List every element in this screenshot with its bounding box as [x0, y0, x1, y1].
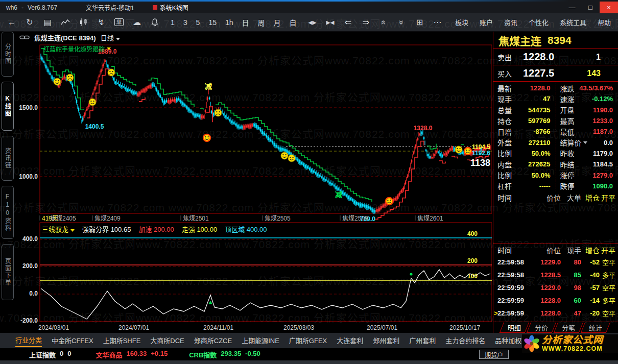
sidebar-tab-资讯链[interactable]: 资讯链: [2, 136, 14, 181]
futures-account-button[interactable]: 期货户: [479, 350, 509, 359]
menu-item-板块[interactable]: 板块: [455, 17, 468, 27]
tick-row[interactable]: 22:59:591228.060-14多平: [493, 294, 618, 307]
market-tab-广州套利[interactable]: 广州套利: [409, 334, 436, 347]
sidebar-tab-F10资料[interactable]: F10资料: [2, 186, 14, 239]
market-tab-广期所GFEX[interactable]: 广期所GFEX: [289, 334, 327, 347]
tick-row[interactable]: 22:59:59>1228.047-20空平: [493, 307, 618, 320]
period-button-5[interactable]: 5: [196, 18, 200, 27]
column-header: 时间: [493, 245, 532, 255]
page-right-icon[interactable]: ⇒: [362, 18, 371, 27]
quote-cell-left: 日增-8766: [493, 126, 556, 137]
titlebar-tab-node[interactable]: 文华云节点-移动1: [86, 3, 134, 12]
quote-row: 最新1228.0涨跌43.5/3.67%: [493, 83, 618, 93]
add-indicator-icon[interactable]: ⊞: [415, 18, 424, 27]
period-button-日[interactable]: 日: [242, 17, 249, 28]
panel-tab-明细[interactable]: 明细: [500, 322, 529, 333]
tick-header: 时间价位现手增仓开平: [493, 244, 618, 256]
toolbar-icons: ←↻▤ ↯单☁: [7, 18, 159, 27]
tick-chart-icon[interactable]: ↯: [97, 18, 106, 27]
crb-index[interactable]: CRB指数 293.35 -0.50: [189, 350, 260, 359]
market-tab-行业分类[interactable]: 行业分类: [15, 334, 42, 347]
tick-time: 22:59:59: [493, 297, 532, 304]
quote-cell-left: 内盘272625: [493, 159, 556, 169]
panel-tab-分价[interactable]: 分价: [527, 322, 556, 333]
tick-row[interactable]: 22:59:581229.080-52空平: [493, 256, 618, 269]
signal-smiley-icon: [386, 198, 393, 205]
period-button-1[interactable]: 1: [171, 18, 175, 27]
sub-indicator-param: 强弱分界 100.65: [82, 224, 131, 234]
alert-bell-icon[interactable]: [150, 18, 159, 27]
tick-row[interactable]: 22:59:581228.585-40多平: [493, 269, 618, 281]
sub-indicator-legend[interactable]: 三线驭龙强弱分界 100.65加速 200.00走强 100.00顶区域 400…: [42, 224, 267, 234]
panel-tab-分笔[interactable]: 分笔: [554, 322, 583, 333]
ask-row[interactable]: 卖出 1228.0 1: [493, 49, 618, 65]
quote-cell-left: 总量544735: [493, 105, 556, 115]
bid-price: 1227.5: [523, 67, 554, 79]
line-chart-icon[interactable]: [61, 18, 70, 27]
panel-tab-统计[interactable]: 统计: [581, 322, 610, 333]
period-selector[interactable]: 日线: [101, 33, 120, 42]
menu-item-帮助[interactable]: 帮助: [598, 17, 611, 27]
menu-item-系统工具[interactable]: 系统工具: [560, 17, 586, 27]
wenhua-index[interactable]: 文华商品 160.33 +0.15: [96, 350, 168, 359]
more-icon[interactable]: ⋯: [433, 18, 442, 27]
sidebar-tab-K线图[interactable]: K线图: [2, 82, 14, 131]
period-button-周[interactable]: 周: [258, 17, 265, 28]
candlestick-icon[interactable]: [79, 18, 88, 27]
tick-action: 空平: [600, 283, 617, 293]
sse-index[interactable]: 上证指数 0 0: [29, 350, 71, 359]
sub-indicator-name[interactable]: 三线驭龙: [42, 224, 75, 234]
quote-value: 50.0%: [532, 172, 551, 179]
scroll-down-icon[interactable]: »: [397, 18, 407, 27]
titlebar-tab-view[interactable]: 系统K线图: [153, 3, 188, 12]
chevron-down-icon[interactable]: [583, 141, 587, 144]
contract-label: 焦煤2409: [94, 215, 121, 222]
cloud-sync-icon[interactable]: ☁: [132, 18, 141, 27]
main-indicator-label[interactable]: 红蓝舵手量化趋势跟踪: [43, 44, 111, 53]
page-left-icon[interactable]: ⇐: [344, 18, 353, 27]
current-price-label: 1192.6: [472, 150, 490, 157]
column-header: 大单: [561, 192, 581, 203]
quote-cell-right: 开盘1190.0: [556, 105, 618, 115]
bid-row[interactable]: 买入 1227.5 143: [493, 65, 618, 82]
reduce-signal-label: 减: [205, 82, 212, 90]
menu-item-资讯[interactable]: 资讯: [504, 17, 517, 27]
sidebar-tab-分时图[interactable]: 分时图: [2, 32, 14, 77]
back-icon[interactable]: ←: [7, 18, 16, 27]
period-button-1h[interactable]: 1h: [225, 18, 233, 27]
market-tab-上期能源INE[interactable]: 上期能源INE: [242, 334, 279, 347]
market-tab-大商所DCE[interactable]: 大商所DCE: [150, 334, 184, 347]
market-tab-大连套利[interactable]: 大连套利: [337, 334, 363, 347]
close-button[interactable]: ×: [600, 2, 618, 13]
tick-row[interactable]: 22:59:591229.098-57空平: [493, 281, 618, 294]
quote-cell-right: 昨收1179.0: [556, 148, 618, 159]
market-tab-郑州套利[interactable]: 郑州套利: [373, 334, 399, 347]
quote-value: 1279.0: [592, 172, 613, 179]
minimize-button[interactable]: —: [563, 2, 581, 13]
period-button-15[interactable]: 15: [208, 18, 217, 27]
svg-text:200.0: 200.0: [22, 262, 38, 270]
maximize-button[interactable]: □: [581, 2, 600, 13]
compress-bars-icon[interactable]: ◂▸: [308, 18, 317, 27]
period-button-3[interactable]: 3: [183, 18, 187, 27]
market-tab-上期所SHFE[interactable]: 上期所SHFE: [103, 334, 141, 347]
scroll-up-icon[interactable]: «: [379, 18, 389, 27]
quote-list-icon[interactable]: ▤: [43, 18, 52, 27]
current-row-marker: >: [494, 309, 498, 317]
svg-text:200: 200: [467, 257, 478, 264]
sidebar-tab-页面下单[interactable]: 页面下单: [2, 244, 14, 300]
menu-item-账户[interactable]: 账户: [480, 17, 493, 27]
order-panel-icon[interactable]: 单: [114, 18, 124, 26]
period-button-自[interactable]: 自: [290, 17, 297, 28]
contract-label: 焦煤2505: [265, 215, 291, 222]
refresh-icon[interactable]: ↻: [25, 18, 34, 27]
period-button-月[interactable]: 月: [274, 17, 281, 28]
quote-value: 1228.0: [530, 84, 551, 92]
chart-area[interactable]: 4002001001500.01000.0400.0200.00.0-200.0…: [15, 43, 493, 333]
expand-bars-icon[interactable]: ▸◂: [326, 18, 335, 27]
market-tab-主力合约排名[interactable]: 主力合约排名: [445, 334, 485, 347]
market-tab-郑商所CZCE[interactable]: 郑商所CZCE: [194, 334, 232, 347]
market-tab-中金所CFFEX[interactable]: 中金所CFFEX: [52, 334, 93, 347]
menu-item-个性化[interactable]: 个性化: [529, 17, 549, 27]
tick-price: 1229.0: [532, 258, 561, 266]
